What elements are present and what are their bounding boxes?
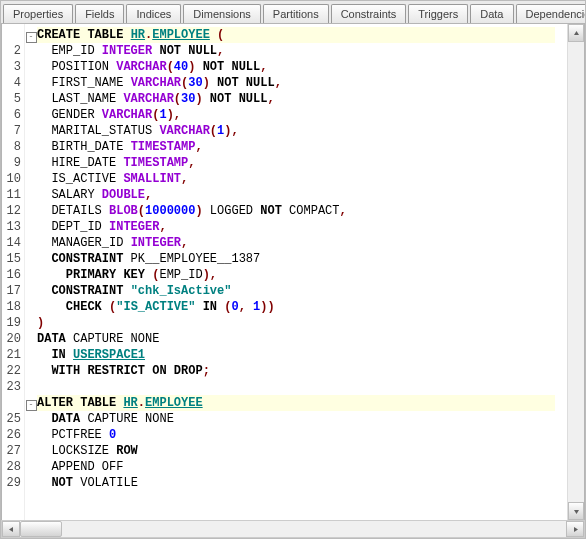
code-editor[interactable]: 2345678910111213141516171819202122232526… <box>1 23 585 521</box>
line-number: 3 <box>2 59 24 75</box>
tab-constraints[interactable]: Constraints <box>331 4 407 23</box>
code-area[interactable]: CREATE TABLE HR.EMPLOYEE ( EMP_ID INTEGE… <box>37 24 567 520</box>
tab-bar: PropertiesFieldsIndicesDimensionsPartiti… <box>1 1 585 24</box>
hscroll-track[interactable] <box>20 521 566 537</box>
code-line[interactable]: FIRST_NAME VARCHAR(30) NOT NULL, <box>37 75 567 91</box>
line-number: 17 <box>2 283 24 299</box>
fold-minus-icon[interactable]: - <box>26 32 37 43</box>
line-number: 12 <box>2 203 24 219</box>
line-number <box>2 27 24 43</box>
line-number: 21 <box>2 347 24 363</box>
scroll-down-button[interactable] <box>568 502 584 520</box>
line-number: 11 <box>2 187 24 203</box>
tab-dependencies[interactable]: Dependencies <box>516 4 587 23</box>
code-line[interactable]: PCTFREE 0 <box>37 427 567 443</box>
scroll-up-button[interactable] <box>568 24 584 42</box>
tab-partitions[interactable]: Partitions <box>263 4 329 23</box>
code-line[interactable]: GENDER VARCHAR(1), <box>37 107 567 123</box>
line-number: 7 <box>2 123 24 139</box>
line-number: 9 <box>2 155 24 171</box>
line-number <box>2 395 24 411</box>
fold-column: -- <box>25 24 37 520</box>
horizontal-scrollbar[interactable] <box>1 520 585 538</box>
tab-indices[interactable]: Indices <box>126 4 181 23</box>
code-line[interactable]: SALARY DOUBLE, <box>37 187 567 203</box>
tab-dimensions[interactable]: Dimensions <box>183 4 260 23</box>
code-line[interactable]: POSITION VARCHAR(40) NOT NULL, <box>37 59 567 75</box>
tab-fields[interactable]: Fields <box>75 4 124 23</box>
code-line[interactable]: DEPT_ID INTEGER, <box>37 219 567 235</box>
line-number: 20 <box>2 331 24 347</box>
line-number: 18 <box>2 299 24 315</box>
line-number: 19 <box>2 315 24 331</box>
code-line[interactable]: DATA CAPTURE NONE <box>37 411 567 427</box>
scroll-left-button[interactable] <box>2 521 20 537</box>
code-line[interactable]: APPEND OFF <box>37 459 567 475</box>
code-line[interactable]: ALTER TABLE HR.EMPLOYEE <box>37 395 555 411</box>
code-line[interactable]: NOT VOLATILE <box>37 475 567 491</box>
tab-data[interactable]: Data <box>470 4 513 23</box>
code-line[interactable]: CONSTRAINT "chk_IsActive" <box>37 283 567 299</box>
code-line[interactable]: IS_ACTIVE SMALLINT, <box>37 171 567 187</box>
code-line[interactable] <box>37 379 567 395</box>
code-line[interactable]: CREATE TABLE HR.EMPLOYEE ( <box>37 27 555 43</box>
hscroll-thumb[interactable] <box>20 521 62 537</box>
code-line[interactable]: MARITAL_STATUS VARCHAR(1), <box>37 123 567 139</box>
line-number: 13 <box>2 219 24 235</box>
tab-triggers[interactable]: Triggers <box>408 4 468 23</box>
code-line[interactable]: CONSTRAINT PK__EMPLOYEE__1387 <box>37 251 567 267</box>
code-line[interactable]: PRIMARY KEY (EMP_ID), <box>37 267 567 283</box>
line-number: 10 <box>2 171 24 187</box>
code-line[interactable]: LOCKSIZE ROW <box>37 443 567 459</box>
line-number: 27 <box>2 443 24 459</box>
code-line[interactable]: BIRTH_DATE TIMESTAMP, <box>37 139 567 155</box>
code-line[interactable]: DATA CAPTURE NONE <box>37 331 567 347</box>
fold-minus-icon[interactable]: - <box>26 400 37 411</box>
code-line[interactable]: WITH RESTRICT ON DROP; <box>37 363 567 379</box>
code-line[interactable]: DETAILS BLOB(1000000) LOGGED NOT COMPACT… <box>37 203 567 219</box>
code-line[interactable]: ) <box>37 315 567 331</box>
line-number: 8 <box>2 139 24 155</box>
line-number: 2 <box>2 43 24 59</box>
tab-properties[interactable]: Properties <box>3 4 73 23</box>
code-line[interactable]: CHECK ("IS_ACTIVE" IN (0, 1)) <box>37 299 567 315</box>
line-number: 22 <box>2 363 24 379</box>
line-number: 5 <box>2 91 24 107</box>
line-number: 28 <box>2 459 24 475</box>
vertical-scrollbar[interactable] <box>567 24 584 520</box>
line-number: 14 <box>2 235 24 251</box>
line-number: 23 <box>2 379 24 395</box>
line-number-gutter: 2345678910111213141516171819202122232526… <box>2 24 25 520</box>
code-line[interactable]: EMP_ID INTEGER NOT NULL, <box>37 43 567 59</box>
line-number: 4 <box>2 75 24 91</box>
scroll-right-button[interactable] <box>566 521 584 537</box>
code-line[interactable]: IN USERSPACE1 <box>37 347 567 363</box>
code-line[interactable]: MANAGER_ID INTEGER, <box>37 235 567 251</box>
vscroll-track[interactable] <box>568 42 584 502</box>
line-number: 29 <box>2 475 24 491</box>
line-number: 26 <box>2 427 24 443</box>
line-number: 6 <box>2 107 24 123</box>
code-line[interactable]: HIRE_DATE TIMESTAMP, <box>37 155 567 171</box>
line-number: 16 <box>2 267 24 283</box>
line-number: 25 <box>2 411 24 427</box>
code-line[interactable]: LAST_NAME VARCHAR(30) NOT NULL, <box>37 91 567 107</box>
line-number: 15 <box>2 251 24 267</box>
